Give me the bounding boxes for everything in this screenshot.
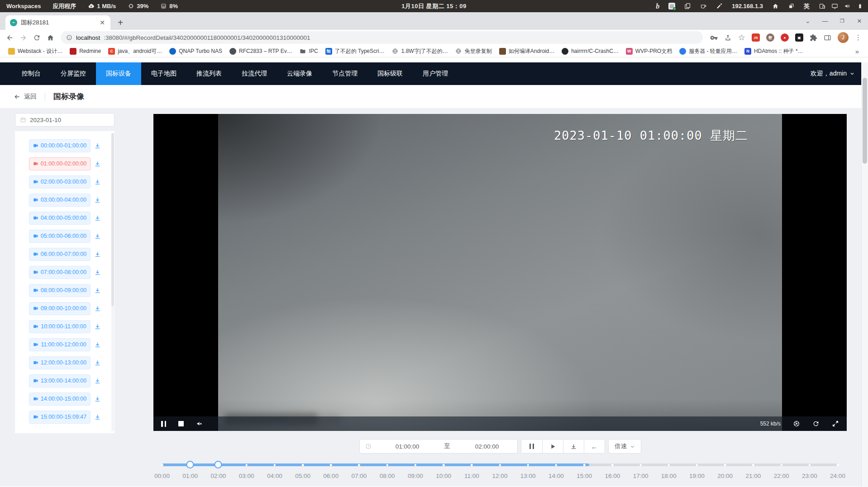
devices-tray-icon[interactable] [819,3,825,9]
nav-item-8[interactable]: 国标级联 [367,62,413,85]
tab-close-icon[interactable]: ✕ [99,19,106,27]
reload-button[interactable] [31,32,43,43]
bookmark-item-4[interactable]: RFC2833 – RTP Ev… [226,47,296,56]
share-icon[interactable] [724,34,732,42]
recording-download-icon[interactable] [94,359,101,366]
date-picker-input[interactable]: 2023-01-10 [15,113,114,127]
clock[interactable]: 1月10日 星期二 15：09 [401,2,466,10]
recording-download-icon[interactable] [94,215,101,222]
timeline-slider[interactable]: 00:0001:0002:0003:0004:0005:0006:0007:00… [162,459,838,485]
volume-tray-icon[interactable] [844,3,851,9]
bookmark-item-12[interactable]: 服务器 - 轻量应用… [676,47,741,56]
bookmarks-overflow-icon[interactable]: » [855,47,863,55]
battery-tray-icon[interactable] [857,3,863,9]
browser-menu-icon[interactable]: ⋮ [855,33,862,42]
notes-app-tray-icon[interactable] [668,3,675,9]
recording-download-icon[interactable] [94,251,101,258]
recording-segment-button[interactable]: 10:00:00-11:00:00 [29,320,91,333]
download-button[interactable] [563,440,584,453]
time-range-picker[interactable]: 01:00:00 至 02:00:00 [359,439,518,454]
recording-segment-button[interactable]: 02:00:00-03:00:00 [29,175,91,189]
workspaces-button[interactable]: Workspaces [6,3,41,9]
player-pause-button[interactable] [161,421,166,427]
recording-download-icon[interactable] [94,197,101,203]
recording-download-icon[interactable] [94,179,101,185]
recording-segment-button[interactable]: 01:00:00-02:00:00 [29,157,91,170]
back-link[interactable]: 返回 [14,93,37,101]
scrollbar-thumb[interactable] [863,78,867,164]
bookmark-star-icon[interactable]: ☆ [738,33,745,42]
video-player[interactable]: 2023-01-10 01:00:00 星期二 552 kb/s [153,114,847,431]
extension-dark-icon[interactable]: ▣ [795,33,803,42]
recording-segment-button[interactable]: 03:00:00-04:00:00 [29,194,91,207]
back-button[interactable] [4,32,15,43]
player-stop-button[interactable] [178,421,184,426]
user-menu[interactable]: 欢迎，admin [811,62,861,85]
recording-segment-button[interactable]: 13:00:00-14:00:00 [29,374,91,388]
display-tray-icon[interactable] [831,3,838,9]
timeline-handle[interactable] [186,461,194,468]
window-minimize-button[interactable]: — [816,18,834,24]
bookmark-item-8[interactable]: 免登录复制 [452,47,496,56]
recording-segment-button[interactable]: 08:00:00-09:00:00 [29,284,91,297]
nav-item-5[interactable]: 拉流代理 [232,62,277,85]
bookmark-item-1[interactable]: Redmine [66,47,105,56]
applications-button[interactable]: 应用程序 [52,2,76,10]
extension-badge-icon[interactable]: 密 [766,33,774,42]
extensions-puzzle-icon[interactable] [810,34,817,42]
nav-item-7[interactable]: 节点管理 [322,62,367,85]
recording-segment-button[interactable]: 00:00:00-01:00:00 [29,139,91,152]
nav-item-6[interactable]: 云端录像 [277,62,322,85]
browser-tab-active[interactable]: 国标28181 ✕ [5,15,110,30]
bookmark-item-9[interactable]: 如何编译Android… [496,47,558,56]
recording-segment-button[interactable]: 05:00:00-06:00:00 [29,230,91,243]
nav-item-2[interactable]: 国标设备 [96,62,141,85]
bookmark-item-5[interactable]: IPC [296,47,322,56]
player-mute-icon[interactable] [196,420,203,427]
password-key-icon[interactable] [710,34,718,42]
address-bar[interactable]: localhost:38080/#/gbRecordDetail/3402000… [61,31,703,44]
pause-button[interactable] [521,440,542,453]
home-tray-icon[interactable] [772,3,779,9]
snapshot-icon[interactable] [793,420,800,427]
extension-blocker-icon[interactable]: ● [781,33,789,42]
recording-download-icon[interactable] [94,341,101,348]
end-time-value[interactable]: 02:00:00 [457,443,517,450]
timeline-handle[interactable] [215,461,222,468]
recording-download-icon[interactable] [94,161,101,167]
recording-segment-button[interactable]: 15:00:00-15:09:47 [29,411,91,424]
seek-back-button[interactable]: ← [584,440,605,453]
recording-segment-button[interactable]: 04:00:00-05:00:00 [29,212,91,225]
bookmark-item-11[interactable]: WWVP-PRO文档 [622,47,676,56]
recording-download-icon[interactable] [94,378,101,384]
forward-button[interactable] [17,32,29,43]
page-scrollbar[interactable] [861,62,868,487]
sidebar-scrollbar[interactable] [111,133,114,431]
recording-download-icon[interactable] [94,233,101,240]
fullscreen-icon[interactable] [832,420,839,427]
window-maximize-button[interactable]: ❐ [834,18,851,24]
recording-download-icon[interactable] [94,323,101,330]
recording-segment-button[interactable]: 09:00:00-10:00:00 [29,302,91,315]
workspaces-tray-icon[interactable] [788,3,795,9]
bookmark-item-2[interactable]: Cjava、android可… [105,47,166,56]
nav-item-3[interactable]: 电子地图 [141,62,186,85]
side-panel-icon[interactable] [824,34,831,42]
nav-item-9[interactable]: 用户管理 [413,62,458,85]
clipboard-tray-icon[interactable] [684,3,691,9]
nav-item-0[interactable]: 控制台 [12,62,51,85]
recording-segment-button[interactable]: 11:00:00-12:00:00 [29,338,91,351]
play-button[interactable] [542,440,563,453]
site-info-icon[interactable] [66,34,72,41]
extension-js-icon[interactable]: JS [752,33,760,42]
bookmark-item-0[interactable]: Webstack - 设计… [5,47,66,56]
tab-search-icon[interactable]: ⌄ [799,18,816,24]
recording-segment-button[interactable]: 14:00:00-15:00:00 [29,392,91,406]
playback-speed-dropdown[interactable]: 倍速 [608,439,641,454]
ip-address[interactable]: 192.168.1.3 [732,3,763,9]
recording-download-icon[interactable] [94,396,101,402]
profile-avatar[interactable]: J [838,32,849,43]
input-method-indicator[interactable]: 英 [804,2,810,10]
coffee-tray-icon[interactable] [700,3,707,9]
bookmark-item-13[interactable]: NHDAtmos :: 种子 *… [741,47,807,56]
